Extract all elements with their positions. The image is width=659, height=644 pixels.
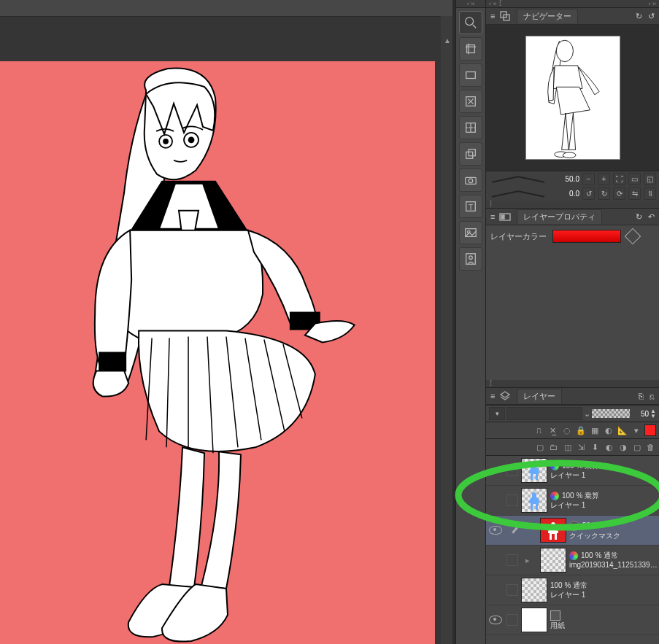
clear-icon[interactable]: ▢	[631, 442, 642, 453]
layer-color-label: レイヤーカラー	[490, 231, 547, 242]
layer-list[interactable]: 100 % 乗算レイヤー 1100 % 乗算レイヤー 150 %クイックマスク▸…	[486, 456, 659, 644]
panel-drag-handle-3[interactable]: ⸾	[486, 380, 659, 388]
canvas-area: ▲	[0, 0, 452, 644]
tool-zoom[interactable]	[459, 11, 482, 34]
lock-alpha-icon[interactable]: ▦	[589, 425, 600, 436]
layer-color-swatch[interactable]	[552, 230, 621, 243]
new-folder-icon[interactable]: 🗀	[548, 442, 559, 453]
flip-v-icon[interactable]: ⥮	[644, 187, 656, 200]
tool-photo[interactable]	[459, 221, 482, 244]
svg-point-3	[189, 137, 194, 142]
panel-drag-handle[interactable]: ‹ » ⸾› »	[486, 0, 659, 8]
tool-camera[interactable]	[459, 168, 482, 192]
mask-icon	[569, 521, 579, 531]
transfer-down-icon[interactable]: ⇲	[576, 442, 587, 453]
new-layer-icon[interactable]: ▢	[534, 442, 545, 453]
canvas[interactable]	[0, 61, 435, 644]
layer-name-label: img20190314_11251339 のコピー	[569, 560, 659, 570]
trash-icon[interactable]: 🗑	[645, 442, 656, 453]
new-layer2-icon[interactable]: ◫	[562, 442, 573, 453]
svg-point-25	[469, 256, 473, 260]
navigator-thumbnail	[526, 36, 620, 159]
dropdown-arrow-icon: ⌄	[584, 409, 590, 419]
svg-point-4	[466, 18, 474, 26]
navigator-preview[interactable]	[486, 25, 659, 171]
document-tab-bar	[0, 0, 452, 17]
reset-rotate-icon[interactable]: ⟳	[613, 187, 625, 200]
layer-action2-icon[interactable]: ⎌	[650, 392, 655, 400]
lock-icon[interactable]: 🔒	[575, 425, 586, 436]
apply-mask-icon[interactable]: ◑	[617, 442, 628, 453]
lock-column[interactable]	[505, 614, 518, 626]
tool-rectangle[interactable]	[459, 63, 482, 87]
tool-person[interactable]	[459, 247, 482, 271]
layer-row[interactable]: ▸100 % 通常img20190314_11251339 のコピー	[486, 546, 659, 575]
mask-icon[interactable]: ◐	[604, 442, 614, 453]
mask-enable-icon[interactable]: ◐	[603, 425, 614, 436]
lock-column[interactable]	[505, 554, 518, 566]
navigator-tab[interactable]: ナビゲーター	[517, 9, 578, 23]
svg-point-28	[556, 40, 573, 61]
vertical-scrollbar[interactable]: ▲	[441, 16, 452, 644]
layer-color-indicator[interactable]	[644, 424, 656, 436]
tool-layers[interactable]	[459, 142, 482, 166]
palette-dropdown[interactable]: ▾	[489, 407, 505, 420]
tool-grid[interactable]	[459, 116, 482, 139]
opacity-slider[interactable]	[592, 409, 630, 418]
actual-size-icon[interactable]: ◱	[644, 173, 656, 185]
zoom-value: 50.0	[550, 175, 579, 183]
edit-indicator[interactable]	[505, 525, 524, 535]
fit-width-icon[interactable]: ▭	[628, 173, 641, 185]
menu-icon[interactable]: ≡	[490, 392, 495, 400]
link-icon[interactable]: ▾	[631, 425, 641, 436]
layer-property-tab[interactable]: レイヤープロパティ	[517, 209, 602, 224]
rotate-slider[interactable]	[492, 188, 544, 198]
layer-row[interactable]: 用紙	[486, 605, 659, 635]
blend-mode-dropdown[interactable]	[506, 407, 582, 420]
rotate-ccw-icon[interactable]: ↺	[582, 187, 595, 200]
settings-icon[interactable]: ↺	[648, 12, 655, 21]
flip-h-icon[interactable]: ⇋	[628, 187, 641, 200]
refresh-icon[interactable]: ↻	[636, 212, 642, 222]
tool-crop[interactable]	[459, 37, 482, 61]
merge-down-icon[interactable]: ⬇	[590, 442, 601, 453]
scroll-up-arrow[interactable]: ▲	[444, 36, 451, 44]
layer-property-header: ≡ レイヤープロパティ ↻ ↶	[486, 209, 659, 225]
layers-icon	[499, 390, 511, 402]
color-picker-icon[interactable]	[625, 228, 641, 245]
rotate-cw-icon[interactable]: ↻	[598, 187, 610, 200]
panel-drag-handle-2[interactable]: ⸾	[486, 201, 659, 209]
undo-icon[interactable]: ↶	[648, 212, 655, 222]
lock-column[interactable]	[505, 494, 518, 506]
navigator-icon	[499, 10, 511, 22]
layer-action1-icon[interactable]: ⎘	[639, 392, 644, 400]
reference-icon[interactable]: ✕̲	[547, 425, 558, 436]
layer-row[interactable]: 50 %クイックマスク	[486, 516, 659, 546]
layer-row[interactable]: 100 % 通常レイヤー 1	[486, 575, 659, 605]
visibility-toggle[interactable]	[486, 616, 505, 624]
visibility-toggle[interactable]	[486, 526, 505, 535]
layer-row[interactable]: 100 % 乗算レイヤー 1	[486, 456, 659, 486]
zoom-slider[interactable]	[492, 174, 544, 184]
tab-handle[interactable]: ‹ »	[456, 0, 485, 8]
zoom-in-icon[interactable]: +	[598, 173, 610, 185]
refresh-icon[interactable]: ↻	[636, 12, 642, 21]
menu-icon[interactable]: ≡	[490, 212, 495, 221]
tool-text[interactable]: T	[459, 195, 482, 218]
tool-close-rect[interactable]	[459, 90, 482, 113]
draft-icon[interactable]: ◌	[561, 425, 572, 436]
layer-info: 100 % 乗算レイヤー 1	[550, 491, 659, 510]
layer-row[interactable]: 100 % 乗算レイヤー 1	[486, 486, 659, 516]
lock-column[interactable]	[505, 465, 518, 476]
page-icon	[550, 610, 560, 621]
menu-icon[interactable]: ≡	[490, 12, 495, 20]
layers-tab[interactable]: レイヤー	[517, 389, 562, 403]
ruler-icon[interactable]: 📐	[617, 425, 628, 436]
layer-info: 100 % 通常レイヤー 1	[550, 581, 659, 600]
layer-thumbnail	[521, 458, 547, 483]
clip-icon[interactable]: ⎍	[533, 425, 544, 436]
opacity-spinner[interactable]: ▲▼	[650, 408, 656, 419]
zoom-out-icon[interactable]: −	[582, 173, 595, 185]
fit-screen-icon[interactable]: ⛶	[613, 173, 625, 185]
lock-column[interactable]	[505, 584, 518, 596]
